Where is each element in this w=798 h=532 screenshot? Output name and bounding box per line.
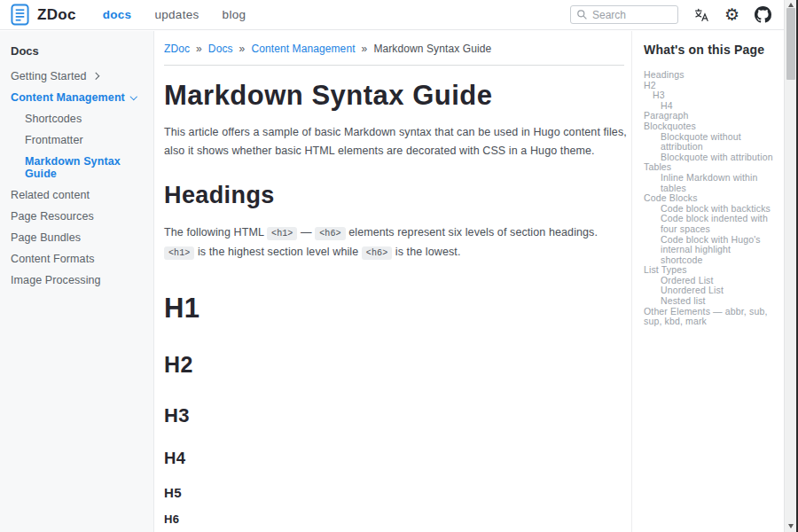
- breadcrumb-separator: »: [362, 43, 368, 55]
- sidebar-item-label: Getting Started: [11, 70, 87, 82]
- paragraph-text: is the lowest.: [392, 246, 460, 258]
- heading-demo-h1: H1: [164, 294, 624, 324]
- sidebar-item-label: Content Management: [11, 91, 125, 104]
- paragraph-text: is the highest section level while: [194, 246, 361, 258]
- breadcrumb-item-docs[interactable]: Docs: [208, 43, 233, 55]
- sidebar-item-label: Markdown Syntax Guide: [25, 155, 146, 180]
- section-heading: Headings: [164, 182, 624, 209]
- scrollbar-thumb[interactable]: [786, 8, 795, 80]
- sidebar-item-label: Image Processing: [11, 274, 101, 286]
- search-box[interactable]: [570, 5, 678, 24]
- toc-item-headings[interactable]: Headings: [644, 70, 775, 81]
- sidebar-nav-list: Getting StartedContent ManagementShortco…: [0, 66, 153, 291]
- sidebar-item-getting-started[interactable]: Getting Started: [0, 66, 153, 87]
- heading-demo-h6: H6: [164, 513, 624, 526]
- vertical-scrollbar[interactable]: [784, 0, 796, 532]
- github-icon[interactable]: [755, 6, 771, 23]
- heading-demo-h2: H2: [164, 353, 624, 376]
- toc-item-code-block-with-hugo-s-internal-highligh[interactable]: Code block with Hugo's internal highligh…: [644, 235, 775, 266]
- sidebar-item-related-content[interactable]: Related content: [0, 184, 153, 206]
- sidebar-item-content-formats[interactable]: Content Formats: [0, 248, 153, 270]
- breadcrumb-item-markdown-syntax-guide: Markdown Syntax Guide: [373, 43, 491, 55]
- inline-code-chip: <h1>: [267, 227, 297, 240]
- search-icon: [576, 9, 588, 20]
- inline-code-chip: <h1>: [164, 246, 194, 260]
- settings-gear-icon[interactable]: ⚙: [724, 6, 739, 23]
- sidebar-item-shortcodes[interactable]: Shortcodes: [0, 108, 153, 129]
- breadcrumb-item-content-management[interactable]: Content Management: [251, 43, 355, 55]
- breadcrumb-item-zdoc[interactable]: ZDoc: [164, 43, 190, 55]
- scroll-down-arrow-icon[interactable]: [785, 521, 797, 530]
- sidebar-item-label: Related content: [11, 189, 90, 201]
- nav-link-blog[interactable]: blog: [223, 8, 246, 21]
- heading-demo-h3: H3: [164, 405, 624, 426]
- toc-item-blockquote-without-attribution[interactable]: Blockquote without attribution: [644, 132, 775, 153]
- sidebar-title: Docs: [0, 44, 153, 66]
- sidebar-item-label: Shortcodes: [25, 113, 82, 125]
- inline-code-chip: <h6>: [315, 227, 345, 240]
- chevron-right-icon: [91, 73, 98, 80]
- page-title: Markdown Syntax Guide: [164, 80, 624, 112]
- translate-icon[interactable]: [693, 7, 709, 23]
- breadcrumb-divider: [164, 65, 624, 66]
- toc-item-other-elements-abbr-sub-sup-kbd-mark[interactable]: Other Elements — abbr, sub, sup, kbd, ma…: [644, 307, 775, 327]
- paragraph-text: —: [297, 226, 315, 239]
- paragraph-text: elements represent six levels of section…: [346, 226, 598, 239]
- sidebar-item-image-processing[interactable]: Image Processing: [0, 270, 153, 291]
- toc-list: HeadingsH2H3H4ParagraphBlockquotesBlockq…: [644, 70, 775, 327]
- zdoc-logo-icon[interactable]: [11, 4, 29, 26]
- sidebar-item-page-bundles[interactable]: Page Bundles: [0, 227, 153, 248]
- search-input[interactable]: [592, 9, 669, 21]
- heading-demo-h4: H4: [164, 450, 624, 466]
- headings-paragraph: The following HTML <h1> — <h6> elements …: [164, 223, 630, 262]
- toc-item-code-blocks[interactable]: Code Blocks: [644, 193, 775, 204]
- brand-name[interactable]: ZDoc: [37, 6, 76, 24]
- sidebar-item-content-management[interactable]: Content Management: [0, 87, 153, 108]
- heading-demos: H1H2H3H4H5H6: [164, 294, 624, 526]
- inline-code-chip: <h6>: [362, 246, 392, 260]
- sidebar-item-label: Content Formats: [11, 253, 95, 265]
- toc-title: What's on this Page: [644, 43, 775, 57]
- sidebar-item-page-resources[interactable]: Page Resources: [0, 206, 153, 227]
- toc-item-blockquotes[interactable]: Blockquotes: [644, 121, 775, 132]
- sidebar-item-label: Page Bundles: [11, 231, 81, 244]
- sidebar-item-markdown-syntax-guide[interactable]: Markdown Syntax Guide: [0, 151, 153, 184]
- paragraph-text: The following HTML: [164, 226, 267, 239]
- intro-paragraph: This article offers a sample of basic Ma…: [164, 123, 627, 160]
- toc-item-nested-list[interactable]: Nested list: [644, 296, 775, 307]
- toc-item-inline-markdown-within-tables[interactable]: Inline Markdown within tables: [644, 173, 775, 193]
- breadcrumb: ZDoc»Docs»Content Management»Markdown Sy…: [164, 43, 624, 55]
- sidebar-item-frontmatter[interactable]: Frontmatter: [0, 129, 153, 151]
- nav-link-updates[interactable]: updates: [154, 8, 199, 21]
- nav-link-docs[interactable]: docs: [103, 8, 132, 21]
- page-toc: What's on this Page HeadingsH2H3H4Paragr…: [631, 31, 784, 532]
- toc-item-code-block-indented-with-four-spaces[interactable]: Code block indented with four spaces: [644, 214, 775, 234]
- sidebar-item-label: Page Resources: [11, 210, 94, 223]
- chevron-down-icon: [130, 93, 137, 100]
- docs-sidebar: Docs Getting StartedContent ManagementSh…: [0, 31, 154, 532]
- top-navbar: ZDoc docsupdatesblog ⚙: [0, 0, 784, 30]
- primary-nav: docsupdatesblog: [103, 8, 246, 21]
- heading-demo-h5: H5: [164, 486, 624, 500]
- breadcrumb-separator: »: [196, 43, 202, 55]
- article-content: ZDoc»Docs»Content Management»Markdown Sy…: [154, 31, 631, 532]
- breadcrumb-separator: »: [239, 43, 246, 55]
- navbar-actions: ⚙: [570, 5, 771, 24]
- sidebar-item-label: Frontmatter: [25, 134, 83, 146]
